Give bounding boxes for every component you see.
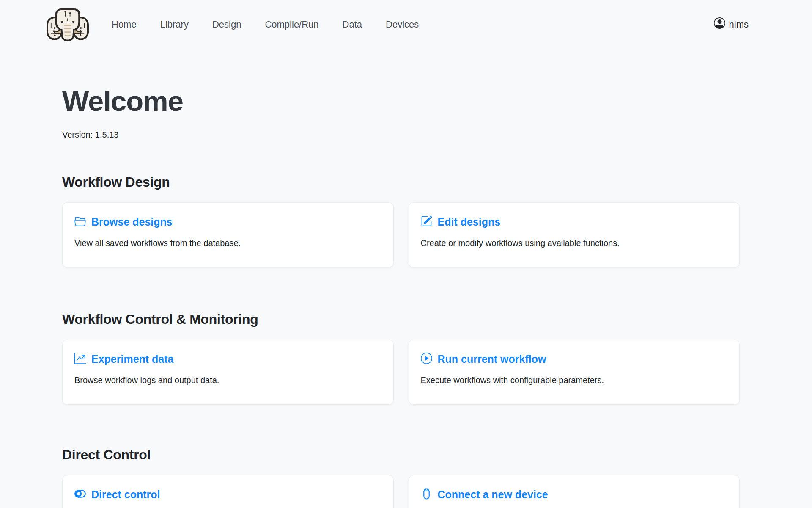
person-circle-icon [714, 17, 725, 31]
card-row: Browse designs View all saved workflows … [62, 202, 740, 268]
usb-drive-icon [421, 488, 432, 501]
nav-item-devices[interactable]: Devices [386, 19, 419, 30]
run-current-workflow-link[interactable]: Run current workflow [421, 353, 546, 366]
card-direct-control: Direct control [62, 475, 394, 508]
folder-open-icon [74, 215, 86, 229]
card-description: View all saved workflows from the databa… [74, 238, 381, 248]
card-title: Edit designs [438, 217, 501, 227]
nav-item-library[interactable]: Library [160, 19, 189, 30]
card-title: Run current workflow [438, 354, 546, 364]
browse-designs-link[interactable]: Browse designs [74, 215, 173, 229]
top-navbar: Home Library Design Compile/Run Data Dev… [0, 0, 812, 49]
card-run-current-workflow: Run current workflow Execute workflows w… [409, 340, 740, 405]
card-experiment-data: Experiment data Browse workflow logs and… [62, 340, 394, 405]
section-heading-workflow-design: Workflow Design [62, 174, 740, 190]
connect-new-device-link[interactable]: Connect a new device [421, 488, 548, 501]
version-label: Version: 1.5.13 [62, 130, 740, 140]
page-title: Welcome [62, 85, 740, 117]
section-heading-workflow-control: Workflow Control & Monitoring [62, 312, 740, 327]
elephant-logo-icon [46, 7, 90, 42]
brand-logo-link[interactable] [46, 7, 90, 42]
experiment-data-link[interactable]: Experiment data [74, 353, 174, 366]
main-content: Welcome Version: 1.5.13 Workflow Design … [0, 85, 812, 508]
nav-item-data[interactable]: Data [343, 19, 362, 30]
card-edit-designs: Edit designs Create or modify workflows … [409, 202, 740, 268]
nav-menu: Home Library Design Compile/Run Data Dev… [112, 19, 419, 30]
play-circle-icon [421, 353, 432, 366]
card-description: Create or modify workflows using availab… [421, 238, 728, 248]
direct-control-link[interactable]: Direct control [74, 488, 160, 501]
nav-item-design[interactable]: Design [212, 19, 241, 30]
card-browse-designs: Browse designs View all saved workflows … [62, 202, 394, 268]
card-title: Connect a new device [438, 489, 548, 500]
card-row: Experiment data Browse workflow logs and… [62, 340, 740, 405]
nav-item-compile-run[interactable]: Compile/Run [265, 19, 318, 30]
card-description: Browse workflow logs and output data. [74, 375, 381, 385]
section-heading-direct-control: Direct Control [62, 447, 740, 463]
nav-item-home[interactable]: Home [112, 19, 137, 30]
card-title: Direct control [91, 489, 160, 500]
graph-up-arrow-icon [74, 353, 86, 366]
user-menu[interactable]: nims [714, 17, 749, 31]
username-label: nims [729, 19, 749, 30]
card-title: Experiment data [91, 354, 174, 364]
pencil-square-icon [421, 215, 432, 229]
edit-designs-link[interactable]: Edit designs [421, 215, 501, 229]
card-connect-new-device: Connect a new device [409, 475, 740, 508]
card-title: Browse designs [91, 217, 173, 227]
card-row: Direct control Connect a new device [62, 475, 740, 508]
card-description: Execute workflows with configurable para… [421, 375, 728, 385]
toggle-icon [74, 488, 86, 501]
